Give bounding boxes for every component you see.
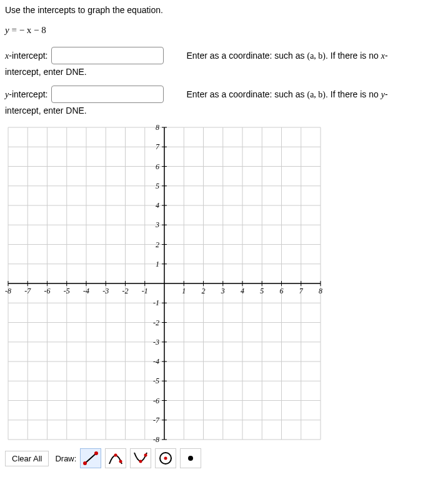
- graph-canvas[interactable]: -8-7-6-5-4-3-2-112345678-8-7-6-5-4-3-2-1…: [5, 124, 324, 443]
- x-tick-label: 8: [319, 287, 322, 295]
- y-tick-label: 8: [156, 124, 159, 132]
- curve-up-tool-button[interactable]: [105, 448, 126, 468]
- x-tick-label: -8: [5, 287, 11, 295]
- x-intercept-hint: Enter as a coordinate: such as (a, b). I…: [186, 51, 387, 61]
- point-tool-icon: [182, 451, 199, 466]
- y-tick-label: 3: [155, 220, 159, 229]
- curve-down-tool-icon: [132, 451, 149, 466]
- y-tick-label: 4: [156, 201, 159, 210]
- svg-point-74: [144, 454, 147, 457]
- y-tick-label: -7: [153, 416, 160, 425]
- y-tick-label: -1: [153, 298, 159, 307]
- prompt-text: Use the intercepts to graph the equation…: [5, 5, 443, 15]
- equation-text: y = − x − 8: [5, 25, 443, 36]
- x-tick-label: -7: [24, 287, 31, 295]
- y-tick-label: 7: [156, 142, 160, 151]
- clear-all-button[interactable]: Clear All: [5, 451, 49, 466]
- y-intercept-input[interactable]: [51, 86, 164, 103]
- x-intercept-label: x-intercept:: [5, 51, 47, 61]
- draw-label: Draw:: [55, 454, 76, 463]
- y-intercept-label: y-intercept:: [5, 89, 47, 100]
- x-tick-label: -3: [102, 287, 109, 295]
- circle-tool-button[interactable]: [155, 448, 176, 468]
- x-tick-label: -4: [83, 287, 89, 295]
- y-tick-label: -8: [153, 435, 159, 443]
- y-intercept-hint: Enter as a coordinate: such as (a, b). I…: [186, 89, 387, 100]
- x-tick-label: -2: [122, 287, 129, 295]
- x-tick-label: 5: [260, 287, 264, 295]
- y-tick-label: 2: [156, 240, 159, 249]
- line-tool-button[interactable]: [80, 448, 101, 468]
- x-intercept-subtext: intercept, enter DNE.: [5, 67, 443, 77]
- svg-point-72: [119, 460, 122, 463]
- x-tick-label: -5: [64, 287, 70, 295]
- x-tick-label: 7: [299, 287, 304, 295]
- y-tick-label: -2: [153, 318, 159, 327]
- x-tick-label: -6: [44, 287, 51, 295]
- line-tool-icon: [82, 451, 99, 466]
- x-intercept-input[interactable]: [51, 47, 164, 64]
- y-tick-label: -6: [153, 396, 159, 405]
- y-tick-label: 6: [156, 162, 159, 171]
- point-tool-button[interactable]: [180, 448, 201, 468]
- curve-up-tool-icon: [107, 451, 124, 466]
- svg-point-71: [114, 454, 117, 457]
- y-tick-label: 5: [156, 182, 159, 190]
- curve-down-tool-button[interactable]: [130, 448, 151, 468]
- y-tick-label: 1: [156, 260, 159, 268]
- x-tick-label: 4: [241, 287, 244, 295]
- x-tick-label: -1: [142, 287, 148, 295]
- svg-point-70: [94, 451, 98, 455]
- circle-tool-icon: [157, 451, 174, 466]
- y-tick-label: -5: [153, 376, 159, 385]
- svg-point-77: [188, 456, 193, 461]
- svg-point-73: [139, 460, 142, 463]
- svg-point-69: [83, 461, 87, 465]
- x-tick-label: 1: [182, 287, 186, 295]
- y-tick-label: -4: [153, 357, 159, 366]
- x-tick-label: 2: [202, 287, 206, 295]
- y-tick-label: -3: [153, 338, 159, 347]
- y-intercept-subtext: intercept, enter DNE.: [5, 106, 443, 116]
- x-tick-label: 3: [221, 287, 225, 295]
- svg-point-76: [164, 457, 167, 460]
- x-tick-label: 6: [280, 287, 284, 295]
- svg-line-68: [85, 453, 96, 463]
